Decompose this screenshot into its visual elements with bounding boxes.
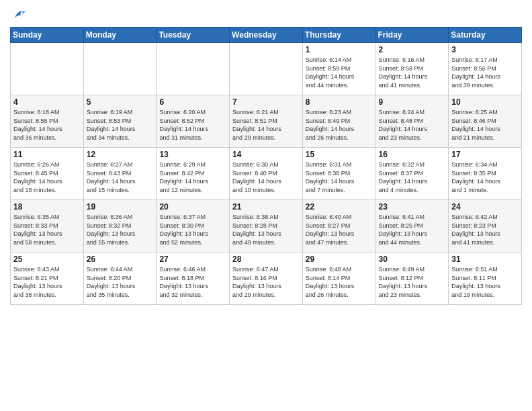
day-number: 20 bbox=[159, 202, 226, 212]
day-info: Sunrise: 6:36 AM Sunset: 8:32 PM Dayligh… bbox=[87, 213, 154, 246]
calendar-header-tuesday: Tuesday bbox=[157, 28, 230, 43]
calendar-cell: 10Sunrise: 6:25 AM Sunset: 8:46 PM Dayli… bbox=[449, 95, 522, 148]
calendar-cell: 6Sunrise: 6:20 AM Sunset: 8:52 PM Daylig… bbox=[157, 95, 230, 148]
calendar-cell: 20Sunrise: 6:37 AM Sunset: 8:30 PM Dayli… bbox=[157, 200, 230, 253]
day-info: Sunrise: 6:51 AM Sunset: 8:11 PM Dayligh… bbox=[451, 265, 519, 299]
calendar-cell: 17Sunrise: 6:34 AM Sunset: 8:35 PM Dayli… bbox=[449, 148, 522, 200]
calendar-cell: 22Sunrise: 6:40 AM Sunset: 8:27 PM Dayli… bbox=[302, 200, 375, 253]
day-info: Sunrise: 6:18 AM Sunset: 8:55 PM Dayligh… bbox=[13, 108, 81, 142]
day-info: Sunrise: 6:14 AM Sunset: 8:59 PM Dayligh… bbox=[306, 56, 373, 89]
day-number: 24 bbox=[451, 202, 519, 212]
calendar-header-wednesday: Wednesday bbox=[230, 28, 303, 43]
calendar-cell: 8Sunrise: 6:23 AM Sunset: 8:49 PM Daylig… bbox=[302, 95, 375, 148]
day-number: 7 bbox=[232, 97, 300, 107]
day-info: Sunrise: 6:46 AM Sunset: 8:18 PM Dayligh… bbox=[159, 265, 226, 299]
calendar-cell: 29Sunrise: 6:48 AM Sunset: 8:14 PM Dayli… bbox=[302, 253, 375, 305]
calendar-cell: 11Sunrise: 6:26 AM Sunset: 8:45 PM Dayli… bbox=[11, 148, 84, 200]
calendar-cell: 3Sunrise: 6:17 AM Sunset: 8:56 PM Daylig… bbox=[449, 43, 522, 95]
day-number: 13 bbox=[159, 150, 226, 159]
bird-icon bbox=[12, 8, 27, 23]
calendar-cell: 19Sunrise: 6:36 AM Sunset: 8:32 PM Dayli… bbox=[83, 200, 157, 253]
day-number: 1 bbox=[306, 45, 373, 54]
calendar-week-row: 11Sunrise: 6:26 AM Sunset: 8:45 PM Dayli… bbox=[11, 148, 522, 200]
day-info: Sunrise: 6:47 AM Sunset: 8:16 PM Dayligh… bbox=[232, 265, 300, 299]
calendar-cell: 2Sunrise: 6:16 AM Sunset: 8:58 PM Daylig… bbox=[375, 43, 449, 95]
day-number: 9 bbox=[379, 97, 446, 107]
day-number: 23 bbox=[379, 202, 446, 212]
day-number: 10 bbox=[451, 97, 519, 107]
calendar-cell: 21Sunrise: 6:38 AM Sunset: 8:28 PM Dayli… bbox=[230, 200, 303, 253]
day-number: 25 bbox=[13, 255, 81, 264]
calendar-cell bbox=[230, 43, 303, 95]
day-info: Sunrise: 6:30 AM Sunset: 8:40 PM Dayligh… bbox=[232, 161, 300, 194]
day-info: Sunrise: 6:40 AM Sunset: 8:27 PM Dayligh… bbox=[306, 213, 373, 246]
day-number: 22 bbox=[306, 202, 373, 212]
calendar-cell: 26Sunrise: 6:44 AM Sunset: 8:20 PM Dayli… bbox=[83, 253, 157, 305]
day-info: Sunrise: 6:17 AM Sunset: 8:56 PM Dayligh… bbox=[451, 56, 519, 89]
day-info: Sunrise: 6:21 AM Sunset: 8:51 PM Dayligh… bbox=[232, 108, 300, 142]
day-number: 19 bbox=[87, 202, 154, 212]
day-number: 31 bbox=[451, 255, 519, 264]
day-info: Sunrise: 6:31 AM Sunset: 8:38 PM Dayligh… bbox=[306, 161, 373, 194]
day-info: Sunrise: 6:42 AM Sunset: 8:23 PM Dayligh… bbox=[451, 213, 519, 246]
day-number: 17 bbox=[451, 150, 519, 159]
day-info: Sunrise: 6:24 AM Sunset: 8:48 PM Dayligh… bbox=[379, 108, 446, 142]
calendar-cell: 28Sunrise: 6:47 AM Sunset: 8:16 PM Dayli… bbox=[230, 253, 303, 305]
day-number: 28 bbox=[232, 255, 300, 264]
day-info: Sunrise: 6:34 AM Sunset: 8:35 PM Dayligh… bbox=[451, 161, 519, 194]
calendar-week-row: 18Sunrise: 6:35 AM Sunset: 8:33 PM Dayli… bbox=[11, 200, 522, 253]
day-number: 26 bbox=[87, 255, 154, 264]
calendar-week-row: 1Sunrise: 6:14 AM Sunset: 8:59 PM Daylig… bbox=[11, 43, 522, 95]
day-info: Sunrise: 6:35 AM Sunset: 8:33 PM Dayligh… bbox=[13, 213, 81, 246]
day-number: 11 bbox=[13, 150, 81, 159]
calendar-cell: 23Sunrise: 6:41 AM Sunset: 8:25 PM Dayli… bbox=[375, 200, 449, 253]
day-info: Sunrise: 6:25 AM Sunset: 8:46 PM Dayligh… bbox=[451, 108, 519, 142]
day-info: Sunrise: 6:26 AM Sunset: 8:45 PM Dayligh… bbox=[13, 161, 81, 194]
calendar-header-monday: Monday bbox=[83, 28, 157, 43]
day-info: Sunrise: 6:20 AM Sunset: 8:52 PM Dayligh… bbox=[159, 108, 226, 142]
day-number: 21 bbox=[232, 202, 300, 212]
calendar-cell: 14Sunrise: 6:30 AM Sunset: 8:40 PM Dayli… bbox=[230, 148, 303, 200]
day-info: Sunrise: 6:38 AM Sunset: 8:28 PM Dayligh… bbox=[232, 213, 300, 246]
calendar-table: SundayMondayTuesdayWednesdayThursdayFrid… bbox=[10, 27, 522, 305]
day-info: Sunrise: 6:23 AM Sunset: 8:49 PM Dayligh… bbox=[306, 108, 373, 142]
calendar-cell: 13Sunrise: 6:29 AM Sunset: 8:42 PM Dayli… bbox=[157, 148, 230, 200]
day-info: Sunrise: 6:32 AM Sunset: 8:37 PM Dayligh… bbox=[379, 161, 446, 194]
day-number: 2 bbox=[379, 45, 446, 54]
page: SundayMondayTuesdayWednesdayThursdayFrid… bbox=[0, 0, 532, 411]
day-number: 18 bbox=[13, 202, 81, 212]
calendar-cell: 1Sunrise: 6:14 AM Sunset: 8:59 PM Daylig… bbox=[302, 43, 375, 95]
calendar-cell: 27Sunrise: 6:46 AM Sunset: 8:18 PM Dayli… bbox=[157, 253, 230, 305]
calendar-cell bbox=[11, 43, 84, 95]
calendar-cell: 31Sunrise: 6:51 AM Sunset: 8:11 PM Dayli… bbox=[449, 253, 522, 305]
calendar-header-friday: Friday bbox=[375, 28, 449, 43]
calendar-header-row: SundayMondayTuesdayWednesdayThursdayFrid… bbox=[11, 28, 522, 43]
day-info: Sunrise: 6:19 AM Sunset: 8:53 PM Dayligh… bbox=[87, 108, 154, 142]
calendar-cell: 30Sunrise: 6:49 AM Sunset: 8:12 PM Dayli… bbox=[375, 253, 449, 305]
calendar-cell: 15Sunrise: 6:31 AM Sunset: 8:38 PM Dayli… bbox=[302, 148, 375, 200]
day-number: 14 bbox=[232, 150, 300, 159]
calendar-cell bbox=[157, 43, 230, 95]
calendar-cell: 5Sunrise: 6:19 AM Sunset: 8:53 PM Daylig… bbox=[83, 95, 157, 148]
day-number: 3 bbox=[451, 45, 519, 54]
day-info: Sunrise: 6:44 AM Sunset: 8:20 PM Dayligh… bbox=[87, 265, 154, 299]
calendar-cell: 16Sunrise: 6:32 AM Sunset: 8:37 PM Dayli… bbox=[375, 148, 449, 200]
calendar-cell: 12Sunrise: 6:27 AM Sunset: 8:43 PM Dayli… bbox=[83, 148, 157, 200]
logo bbox=[10, 9, 27, 23]
calendar-cell: 24Sunrise: 6:42 AM Sunset: 8:23 PM Dayli… bbox=[449, 200, 522, 253]
day-number: 6 bbox=[159, 97, 226, 107]
calendar-header-sunday: Sunday bbox=[11, 28, 84, 43]
day-number: 27 bbox=[159, 255, 226, 264]
day-info: Sunrise: 6:41 AM Sunset: 8:25 PM Dayligh… bbox=[379, 213, 446, 246]
day-number: 30 bbox=[379, 255, 446, 264]
day-info: Sunrise: 6:49 AM Sunset: 8:12 PM Dayligh… bbox=[379, 265, 446, 299]
day-number: 5 bbox=[87, 97, 154, 107]
calendar-cell: 7Sunrise: 6:21 AM Sunset: 8:51 PM Daylig… bbox=[230, 95, 303, 148]
day-info: Sunrise: 6:27 AM Sunset: 8:43 PM Dayligh… bbox=[87, 161, 154, 194]
day-info: Sunrise: 6:29 AM Sunset: 8:42 PM Dayligh… bbox=[159, 161, 226, 194]
day-info: Sunrise: 6:43 AM Sunset: 8:21 PM Dayligh… bbox=[13, 265, 81, 299]
calendar-header-saturday: Saturday bbox=[449, 28, 522, 43]
day-number: 4 bbox=[13, 97, 81, 107]
day-number: 15 bbox=[306, 150, 373, 159]
day-info: Sunrise: 6:37 AM Sunset: 8:30 PM Dayligh… bbox=[159, 213, 226, 246]
